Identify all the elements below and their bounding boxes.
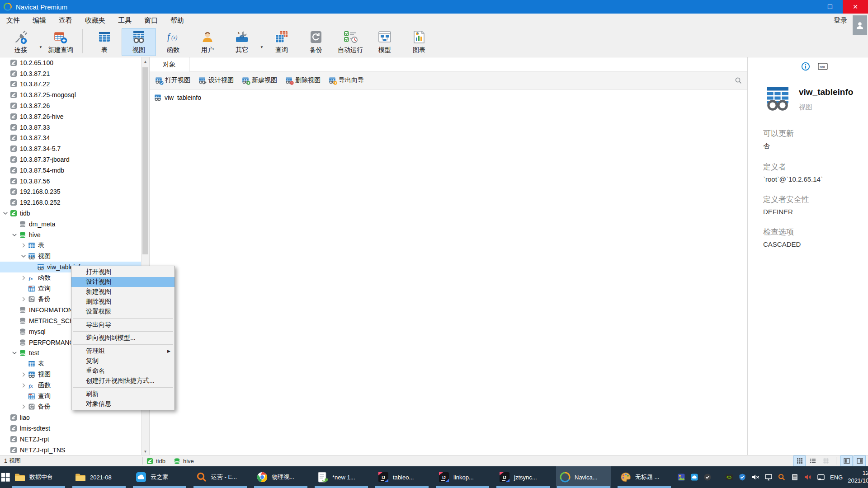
scroll-down-icon[interactable]: ▼: [142, 447, 149, 455]
tree-row-10.3.87.34[interactable]: 10.3.87.34: [0, 133, 142, 144]
tree-row-10.3.87.37-jboard[interactable]: 10.3.87.37-jboard: [0, 154, 142, 165]
tree-row-NETZJ-rpt_TNS[interactable]: NETZJ-rpt_TNS: [0, 445, 142, 455]
tray-shield-check-icon[interactable]: [703, 473, 712, 481]
toolbar-button-查询[interactable]: 查询: [264, 28, 299, 56]
taskbar-item-jztsync...[interactable]: IJjztsync...: [495, 466, 551, 488]
toolbar-button-备份[interactable]: 备份: [299, 28, 333, 56]
menu-item-帮助[interactable]: 帮助: [164, 14, 190, 27]
context-menu-item-刷新[interactable]: 刷新: [71, 389, 175, 399]
context-menu-item-对象信息[interactable]: 对象信息: [71, 399, 175, 409]
context-menu-item-逆向视图到模型...[interactable]: 逆向视图到模型...: [71, 333, 175, 343]
object-toolbar-button-打开视图[interactable]: 打开视图: [155, 76, 190, 84]
grid-view-toggle[interactable]: [793, 455, 806, 466]
context-menu-item-复制[interactable]: 复制: [71, 356, 175, 366]
taskbar-item-*new 1...[interactable]: *new 1...: [314, 466, 369, 488]
clock[interactable]: 12:362021/10/25: [848, 469, 868, 485]
taskbar-item-数据中台[interactable]: 数据中台: [11, 466, 66, 488]
login-link[interactable]: 登录: [834, 16, 847, 25]
toolbar-button-图表[interactable]: 图表: [402, 28, 436, 56]
search-icon[interactable]: [735, 77, 742, 84]
tray-search-app-icon[interactable]: [778, 473, 786, 481]
tree-row-10.3.87.34-5.7[interactable]: 10.3.87.34-5.7: [0, 143, 142, 154]
taskbar-item-运营 - E...[interactable]: 运营 - E...: [193, 466, 248, 488]
right-panel-toggle[interactable]: [854, 455, 866, 466]
context-menu-item-导出向导[interactable]: 导出向导: [71, 320, 175, 330]
tree-row-10.3.87.56[interactable]: 10.3.87.56: [0, 176, 142, 187]
taskbar-item-物理视...[interactable]: 物理视...: [253, 466, 308, 488]
menu-item-窗口[interactable]: 窗口: [138, 14, 164, 27]
tree-row-10.2.65.100[interactable]: 10.2.65.100: [0, 57, 142, 68]
minimize-button[interactable]: ─: [792, 0, 817, 14]
tree-row-192.168.0.252[interactable]: 192.168.0.252: [0, 197, 142, 208]
tray-shield-blue-icon[interactable]: [738, 473, 746, 481]
tree-row-dm_meta[interactable]: dm_meta: [0, 219, 142, 230]
close-button[interactable]: ✕: [843, 0, 868, 14]
context-menu-item-管理组[interactable]: 管理组▶: [71, 346, 175, 356]
chevron-down-icon[interactable]: [10, 231, 19, 239]
tray-cloud-app-icon[interactable]: [690, 473, 698, 481]
menu-item-收藏夹[interactable]: 收藏夹: [79, 14, 112, 27]
object-item-viw_tableinfo[interactable]: viw_tableinfo: [154, 94, 743, 101]
chevron-down-icon[interactable]: [19, 253, 28, 260]
tray-nvidia-icon[interactable]: [725, 473, 733, 481]
taskbar-item-tableo...[interactable]: IJtableo...: [374, 466, 429, 488]
tray-speaker-red-icon[interactable]: [804, 473, 812, 481]
context-menu-item-设计视图[interactable]: 设计视图: [71, 277, 175, 287]
dropdown-caret-icon[interactable]: ▼: [38, 45, 43, 49]
tree-row-10.3.87.33[interactable]: 10.3.87.33: [0, 122, 142, 133]
toolbar-button-其它[interactable]: 其它: [225, 28, 259, 56]
toolbar-button-表[interactable]: 表: [87, 28, 122, 56]
taskbar-item-无标题 ...[interactable]: 无标题 ...: [617, 466, 672, 488]
chevron-right-icon[interactable]: [19, 371, 28, 378]
scrollbar-thumb[interactable]: [142, 67, 148, 254]
maximize-button[interactable]: ☐: [817, 0, 843, 14]
object-toolbar-button-设计视图[interactable]: 设计视图: [198, 76, 234, 84]
taskbar-item-linkop...[interactable]: IJlinkop...: [435, 466, 490, 488]
tree-row-hive[interactable]: hive: [0, 230, 142, 240]
left-panel-toggle[interactable]: [840, 455, 853, 466]
chevron-right-icon[interactable]: [19, 274, 28, 282]
object-toolbar-button-导出向导[interactable]: 导出向导: [329, 76, 364, 84]
taskbar-item-Navica...[interactable]: Navica...: [556, 466, 611, 488]
object-toolbar-button-删除视图[interactable]: 删除视图: [285, 76, 321, 84]
context-menu-item-设置权限[interactable]: 设置权限: [71, 307, 175, 317]
start-button[interactable]: [0, 466, 11, 488]
tree-row-liao[interactable]: liao: [0, 412, 142, 423]
toolbar-button-新建查询[interactable]: 新建查询: [43, 28, 78, 56]
tree-row-表[interactable]: 表: [0, 240, 142, 251]
tab-objects[interactable]: 对象: [150, 57, 189, 71]
toolbar-button-模型[interactable]: 模型: [368, 28, 402, 56]
list-view-toggle[interactable]: [807, 455, 819, 466]
user-avatar[interactable]: [853, 15, 867, 35]
taskbar-item-云之家[interactable]: 云之家: [132, 466, 187, 488]
scroll-up-icon[interactable]: ▲: [142, 57, 149, 66]
menu-item-编辑[interactable]: 编辑: [26, 14, 52, 27]
toolbar-button-函数[interactable]: f(x)函数: [156, 28, 190, 56]
chevron-right-icon[interactable]: [19, 403, 28, 410]
tree-row-10.3.87.26-hive[interactable]: 10.3.87.26-hive: [0, 111, 142, 122]
tray-photo-app-icon[interactable]: [677, 473, 685, 481]
toolbar-button-连接[interactable]: 连接: [4, 28, 38, 56]
tray-server-icon[interactable]: [791, 473, 799, 481]
menu-item-文件[interactable]: 文件: [0, 14, 26, 27]
toolbar-button-用户[interactable]: 用户: [190, 28, 225, 56]
chevron-right-icon[interactable]: [19, 242, 28, 249]
taskbar-item-2021-08[interactable]: 2021-08: [71, 466, 127, 488]
tray-touchpad-icon[interactable]: [817, 473, 825, 481]
chevron-down-icon[interactable]: [1, 210, 10, 217]
tree-row-tidb[interactable]: tidb: [0, 208, 142, 219]
tree-row-10.3.87.54-mdb[interactable]: 10.3.87.54-mdb: [0, 165, 142, 176]
object-toolbar-button-新建视图[interactable]: 新建视图: [242, 76, 277, 84]
context-menu-item-删除视图[interactable]: 删除视图: [71, 297, 175, 307]
language-indicator[interactable]: ENG: [830, 474, 843, 481]
toolbar-button-自动运行[interactable]: 自动运行: [333, 28, 368, 56]
dropdown-caret-icon[interactable]: ▼: [259, 45, 264, 49]
info-icon[interactable]: [801, 62, 810, 71]
menu-item-工具[interactable]: 工具: [112, 14, 138, 27]
chevron-down-icon[interactable]: [10, 349, 19, 357]
tree-row-lmis-sdtest[interactable]: lmis-sdtest: [0, 423, 142, 434]
toolbar-button-视图[interactable]: 视图: [122, 28, 156, 56]
tree-row-视图[interactable]: 视图: [0, 251, 142, 262]
menu-item-查看[interactable]: 查看: [52, 14, 79, 27]
chevron-right-icon[interactable]: [19, 382, 28, 389]
